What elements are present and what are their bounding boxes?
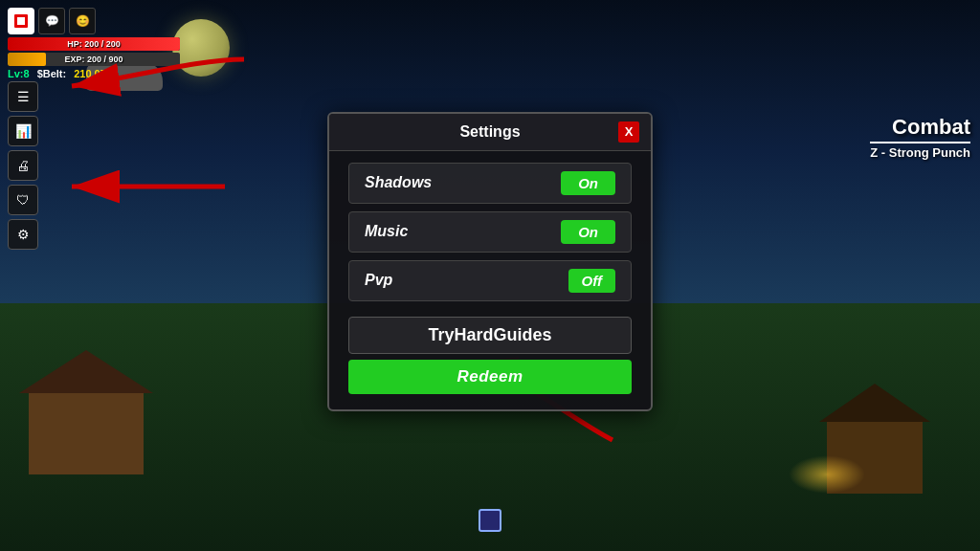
- shadows-row: Shadows On: [348, 163, 632, 204]
- music-toggle[interactable]: On: [561, 220, 615, 244]
- modal-overlay: Settings X Shadows On Music On Pvp Off T…: [0, 0, 980, 551]
- settings-modal: Settings X Shadows On Music On Pvp Off T…: [327, 112, 653, 411]
- shadows-label: Shadows: [365, 174, 432, 191]
- pvp-row: Pvp Off: [348, 260, 632, 301]
- code-section: TryHardGuides Redeem: [348, 317, 632, 394]
- pvp-label: Pvp: [365, 272, 392, 289]
- modal-title: Settings: [362, 123, 618, 141]
- code-input-display[interactable]: TryHardGuides: [348, 317, 632, 354]
- music-row: Music On: [348, 211, 632, 253]
- redeem-button[interactable]: Redeem: [348, 360, 632, 394]
- music-label: Music: [365, 223, 408, 240]
- shadows-toggle[interactable]: On: [561, 171, 615, 195]
- modal-close-button[interactable]: X: [618, 121, 639, 143]
- modal-header: Settings X: [329, 114, 651, 151]
- modal-body: Shadows On Music On Pvp Off TryHardGuide…: [329, 151, 651, 409]
- pvp-toggle[interactable]: Off: [568, 269, 615, 293]
